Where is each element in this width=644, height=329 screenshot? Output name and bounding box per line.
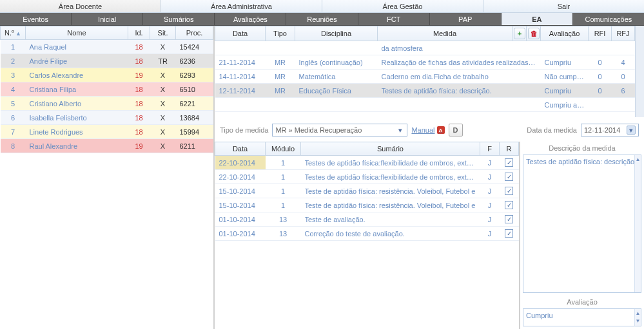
measure-aval: Cumpriu a med: [541, 98, 589, 112]
area-docente-tab[interactable]: Área Docente: [0, 0, 161, 12]
measure-row[interactable]: 14-11-2014MRMatemáticaCaderno em dia.Fic…: [215, 70, 635, 84]
measure-row[interactable]: da atmosfera: [215, 41, 635, 55]
nav-comunicacoes[interactable]: Comunicações: [573, 13, 644, 25]
desc-medida-box[interactable]: Testes de aptidão física: descrição. ▲: [523, 155, 641, 293]
col-tipo[interactable]: Tipo: [266, 26, 295, 41]
nav-sumarios[interactable]: Sumários: [143, 13, 215, 25]
col-modulo[interactable]: Módulo: [266, 142, 301, 156]
student-id: 18: [128, 54, 150, 68]
summary-check[interactable]: ✓: [505, 201, 513, 209]
manual-link[interactable]: Manual A: [411, 126, 444, 134]
avaliacao-value: Cumpriu: [526, 312, 553, 319]
student-name[interactable]: Raul Alexandre: [25, 139, 128, 153]
measure-text: Testes de aptidão física: descrição.: [378, 84, 541, 98]
plus-icon[interactable]: +: [514, 28, 525, 39]
scroll-up-icon: ▲: [635, 155, 641, 163]
student-name[interactable]: André Filipe: [25, 54, 128, 68]
student-sit: X: [150, 139, 176, 153]
student-name[interactable]: Ana Raquel: [25, 40, 128, 54]
nav-fct[interactable]: FCT: [358, 13, 430, 25]
summary-check[interactable]: ✓: [505, 173, 513, 181]
col-id[interactable]: Id.: [128, 26, 150, 40]
pdf-icon: A: [437, 126, 445, 134]
summary-r: ✓: [500, 212, 519, 227]
nav-inicial[interactable]: Inicial: [72, 13, 143, 25]
student-row[interactable]: 4Cristiana Filipa18X6510: [1, 82, 213, 97]
student-sit: X: [150, 82, 176, 97]
student-name[interactable]: Carlos Alexandre: [25, 68, 128, 82]
summary-row[interactable]: 22-10-20141Testes de aptidão física:flex…: [215, 170, 519, 184]
area-admin-tab[interactable]: Área Administrativa: [161, 0, 322, 12]
measure-row[interactable]: 12-11-2014MREducação FísicaTestes de apt…: [215, 84, 635, 98]
col-num[interactable]: N.º▲: [1, 26, 26, 40]
summary-row[interactable]: 22-10-20141Testes de aptidão física:flex…: [215, 156, 519, 170]
summary-check[interactable]: ✓: [505, 229, 513, 238]
student-name[interactable]: Cristiana Filipa: [25, 82, 128, 97]
measure-toolbar: Tipo de medida MR » Medida Recuperação ▾…: [215, 117, 644, 142]
tipo-medida-value: MR » Medida Recuperação: [275, 126, 362, 134]
measures-scrollbar[interactable]: [635, 26, 644, 117]
aval-scrollbar[interactable]: ▲ ▼: [634, 309, 641, 326]
trash-icon[interactable]: 🗑: [528, 28, 540, 39]
student-row[interactable]: 8Raul Alexandre19X6211: [1, 139, 213, 153]
nav-reunioes[interactable]: Reuniões: [286, 13, 358, 25]
col-f[interactable]: F: [480, 142, 500, 156]
col-nome[interactable]: Nome: [25, 26, 128, 40]
nav-pap[interactable]: PAP: [430, 13, 502, 25]
area-gestao-tab[interactable]: Área Gestão: [322, 0, 483, 12]
summary-check[interactable]: ✓: [505, 187, 513, 195]
student-name[interactable]: Cristiano Alberto: [25, 97, 128, 111]
measure-row[interactable]: 21-11-2014MRInglês (continuação)Realizaç…: [215, 55, 635, 70]
area-sair-tab[interactable]: Sair: [483, 0, 644, 12]
col-proc[interactable]: Proc.: [176, 26, 213, 40]
avaliacao-box[interactable]: Cumpriu ▲ ▼: [523, 308, 641, 326]
summary-r: ✓: [500, 156, 519, 170]
student-sit: X: [150, 68, 176, 82]
desc-scrollbar[interactable]: ▲: [634, 155, 641, 292]
students-header-row: N.º▲ Nome Id. Sit. Proc.: [1, 26, 213, 40]
summary-f: J: [480, 198, 500, 212]
desc-medida-value: Testes de aptidão física: descrição.: [526, 158, 636, 165]
measure-date: [215, 41, 266, 55]
student-name[interactable]: Isabella Felisberto: [25, 111, 128, 125]
nav-avaliacoes[interactable]: Avaliações: [215, 13, 286, 25]
summary-row[interactable]: 01-10-201413Correção do teste de avaliaç…: [215, 227, 519, 241]
col-medida[interactable]: Medida: [378, 26, 512, 41]
data-medida-value: 12-11-2014: [584, 126, 620, 134]
measure-row[interactable]: Cumpriu a med: [215, 98, 635, 112]
summary-check[interactable]: ✓: [505, 158, 513, 167]
student-proc: 15424: [176, 40, 213, 54]
summaries-header-row: Data Módulo Sumário F R: [215, 142, 519, 156]
col-data[interactable]: Data: [215, 142, 266, 156]
student-row[interactable]: 2André Filipe18TR6236: [1, 54, 213, 68]
student-row[interactable]: 1Ana Raquel18X15424: [1, 40, 213, 54]
student-name[interactable]: Linete Rodrigues: [25, 125, 128, 139]
student-row[interactable]: 3Carlos Alexandre19X6293: [1, 68, 213, 82]
summary-f: J: [480, 184, 500, 198]
col-sit[interactable]: Sit.: [150, 26, 176, 40]
summary-check[interactable]: ✓: [505, 215, 513, 223]
col-sumario[interactable]: Sumário: [301, 142, 480, 156]
col-rfj[interactable]: RFJ: [612, 26, 635, 41]
student-row[interactable]: 7Linete Rodrigues18X15994: [1, 125, 213, 139]
measure-date: 14-11-2014: [215, 70, 266, 84]
summary-row[interactable]: 15-10-20141Teste de aptidão física: resi…: [215, 184, 519, 198]
data-medida-picker[interactable]: 12-11-2014 ▾: [581, 124, 639, 136]
measure-discipline: [295, 41, 378, 55]
summary-row[interactable]: 01-10-201413Teste de avaliação.J✓: [215, 212, 519, 227]
student-row[interactable]: 5Cristiano Alberto18X6221: [1, 97, 213, 111]
area-tabs: Área Docente Área Administrativa Área Ge…: [0, 0, 644, 13]
col-r[interactable]: R: [500, 142, 519, 156]
summary-f: J: [480, 170, 500, 184]
col-disciplina[interactable]: Disciplina: [295, 26, 378, 41]
nav-eventos[interactable]: Eventos: [0, 13, 72, 25]
col-rfi[interactable]: RFI: [589, 26, 612, 41]
nav-ea[interactable]: EA: [502, 13, 573, 25]
tipo-medida-combo[interactable]: MR » Medida Recuperação ▾: [272, 124, 407, 136]
summary-text: Teste de aptidão física: resistência. Vo…: [301, 184, 480, 198]
student-row[interactable]: 6Isabella Felisberto18X13684: [1, 111, 213, 125]
d-button[interactable]: D: [449, 124, 463, 136]
col-avaliacao[interactable]: Avaliação: [541, 26, 589, 41]
col-data[interactable]: Data: [215, 26, 266, 41]
summary-row[interactable]: 15-10-20141Teste de aptidão física: resi…: [215, 198, 519, 212]
